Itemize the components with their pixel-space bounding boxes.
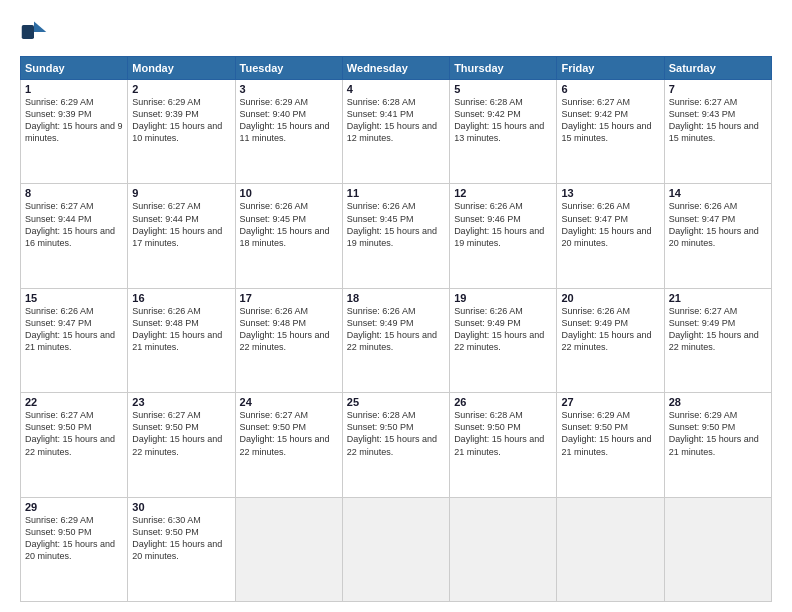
day-number: 2 [132, 83, 230, 95]
sunrise-label: Sunrise: 6:28 AM [454, 97, 523, 107]
calendar-day-cell [235, 497, 342, 601]
daylight-label: Daylight: 15 hours and 22 minutes. [347, 434, 437, 456]
day-info: Sunrise: 6:27 AM Sunset: 9:50 PM Dayligh… [240, 409, 338, 458]
day-info: Sunrise: 6:26 AM Sunset: 9:47 PM Dayligh… [669, 200, 767, 249]
sunrise-label: Sunrise: 6:26 AM [347, 201, 416, 211]
day-info: Sunrise: 6:29 AM Sunset: 9:39 PM Dayligh… [25, 96, 123, 145]
day-info: Sunrise: 6:26 AM Sunset: 9:45 PM Dayligh… [347, 200, 445, 249]
logo-icon [20, 18, 48, 46]
calendar-day-cell: 18 Sunrise: 6:26 AM Sunset: 9:49 PM Dayl… [342, 288, 449, 392]
day-number: 15 [25, 292, 123, 304]
sunset-label: Sunset: 9:50 PM [454, 422, 521, 432]
header-day: Monday [128, 57, 235, 80]
calendar-day-cell: 4 Sunrise: 6:28 AM Sunset: 9:41 PM Dayli… [342, 80, 449, 184]
daylight-label: Daylight: 15 hours and 9 minutes. [25, 121, 123, 143]
day-info: Sunrise: 6:26 AM Sunset: 9:49 PM Dayligh… [561, 305, 659, 354]
day-number: 21 [669, 292, 767, 304]
day-number: 7 [669, 83, 767, 95]
calendar-day-cell: 5 Sunrise: 6:28 AM Sunset: 9:42 PM Dayli… [450, 80, 557, 184]
header-day: Tuesday [235, 57, 342, 80]
day-number: 27 [561, 396, 659, 408]
day-info: Sunrise: 6:26 AM Sunset: 9:48 PM Dayligh… [132, 305, 230, 354]
day-number: 8 [25, 187, 123, 199]
page: SundayMondayTuesdayWednesdayThursdayFrid… [0, 0, 792, 612]
day-info: Sunrise: 6:27 AM Sunset: 9:50 PM Dayligh… [25, 409, 123, 458]
svg-marker-1 [34, 22, 46, 33]
sunrise-label: Sunrise: 6:26 AM [240, 201, 309, 211]
sunrise-label: Sunrise: 6:26 AM [669, 201, 738, 211]
calendar-week-row: 1 Sunrise: 6:29 AM Sunset: 9:39 PM Dayli… [21, 80, 772, 184]
sunrise-label: Sunrise: 6:26 AM [240, 306, 309, 316]
day-number: 3 [240, 83, 338, 95]
sunset-label: Sunset: 9:50 PM [132, 422, 199, 432]
sunrise-label: Sunrise: 6:28 AM [347, 97, 416, 107]
calendar-day-cell [342, 497, 449, 601]
daylight-label: Daylight: 15 hours and 15 minutes. [669, 121, 759, 143]
day-number: 30 [132, 501, 230, 513]
daylight-label: Daylight: 15 hours and 19 minutes. [454, 226, 544, 248]
calendar-day-cell: 15 Sunrise: 6:26 AM Sunset: 9:47 PM Dayl… [21, 288, 128, 392]
day-number: 10 [240, 187, 338, 199]
sunset-label: Sunset: 9:49 PM [454, 318, 521, 328]
sunrise-label: Sunrise: 6:27 AM [132, 201, 201, 211]
day-number: 22 [25, 396, 123, 408]
day-number: 6 [561, 83, 659, 95]
daylight-label: Daylight: 15 hours and 13 minutes. [454, 121, 544, 143]
sunrise-label: Sunrise: 6:27 AM [25, 410, 94, 420]
sunrise-label: Sunrise: 6:26 AM [561, 306, 630, 316]
day-info: Sunrise: 6:27 AM Sunset: 9:49 PM Dayligh… [669, 305, 767, 354]
sunset-label: Sunset: 9:50 PM [561, 422, 628, 432]
top-section [20, 18, 772, 46]
sunrise-label: Sunrise: 6:27 AM [669, 306, 738, 316]
daylight-label: Daylight: 15 hours and 17 minutes. [132, 226, 222, 248]
daylight-label: Daylight: 15 hours and 19 minutes. [347, 226, 437, 248]
day-number: 20 [561, 292, 659, 304]
calendar-header-row: SundayMondayTuesdayWednesdayThursdayFrid… [21, 57, 772, 80]
sunrise-label: Sunrise: 6:27 AM [240, 410, 309, 420]
sunrise-label: Sunrise: 6:26 AM [25, 306, 94, 316]
sunrise-label: Sunrise: 6:29 AM [132, 97, 201, 107]
day-info: Sunrise: 6:27 AM Sunset: 9:44 PM Dayligh… [25, 200, 123, 249]
calendar-day-cell: 12 Sunrise: 6:26 AM Sunset: 9:46 PM Dayl… [450, 184, 557, 288]
calendar-day-cell [664, 497, 771, 601]
day-info: Sunrise: 6:28 AM Sunset: 9:42 PM Dayligh… [454, 96, 552, 145]
day-info: Sunrise: 6:29 AM Sunset: 9:50 PM Dayligh… [669, 409, 767, 458]
sunset-label: Sunset: 9:41 PM [347, 109, 414, 119]
sunrise-label: Sunrise: 6:29 AM [240, 97, 309, 107]
sunset-label: Sunset: 9:39 PM [25, 109, 92, 119]
sunrise-label: Sunrise: 6:29 AM [669, 410, 738, 420]
calendar-day-cell: 16 Sunrise: 6:26 AM Sunset: 9:48 PM Dayl… [128, 288, 235, 392]
day-info: Sunrise: 6:28 AM Sunset: 9:50 PM Dayligh… [347, 409, 445, 458]
day-number: 19 [454, 292, 552, 304]
daylight-label: Daylight: 15 hours and 21 minutes. [132, 330, 222, 352]
sunset-label: Sunset: 9:44 PM [132, 214, 199, 224]
sunset-label: Sunset: 9:50 PM [25, 422, 92, 432]
calendar-day-cell: 6 Sunrise: 6:27 AM Sunset: 9:42 PM Dayli… [557, 80, 664, 184]
day-number: 11 [347, 187, 445, 199]
sunrise-label: Sunrise: 6:27 AM [561, 97, 630, 107]
day-info: Sunrise: 6:27 AM Sunset: 9:43 PM Dayligh… [669, 96, 767, 145]
day-number: 9 [132, 187, 230, 199]
day-info: Sunrise: 6:29 AM Sunset: 9:50 PM Dayligh… [561, 409, 659, 458]
day-info: Sunrise: 6:30 AM Sunset: 9:50 PM Dayligh… [132, 514, 230, 563]
sunrise-label: Sunrise: 6:28 AM [454, 410, 523, 420]
calendar-day-cell: 1 Sunrise: 6:29 AM Sunset: 9:39 PM Dayli… [21, 80, 128, 184]
day-number: 29 [25, 501, 123, 513]
day-number: 17 [240, 292, 338, 304]
day-info: Sunrise: 6:28 AM Sunset: 9:50 PM Dayligh… [454, 409, 552, 458]
sunset-label: Sunset: 9:45 PM [240, 214, 307, 224]
calendar-day-cell: 14 Sunrise: 6:26 AM Sunset: 9:47 PM Dayl… [664, 184, 771, 288]
daylight-label: Daylight: 15 hours and 22 minutes. [240, 434, 330, 456]
calendar-day-cell: 19 Sunrise: 6:26 AM Sunset: 9:49 PM Dayl… [450, 288, 557, 392]
daylight-label: Daylight: 15 hours and 21 minutes. [669, 434, 759, 456]
day-info: Sunrise: 6:26 AM Sunset: 9:45 PM Dayligh… [240, 200, 338, 249]
calendar-day-cell: 26 Sunrise: 6:28 AM Sunset: 9:50 PM Dayl… [450, 393, 557, 497]
sunset-label: Sunset: 9:43 PM [669, 109, 736, 119]
day-number: 18 [347, 292, 445, 304]
day-number: 28 [669, 396, 767, 408]
sunrise-label: Sunrise: 6:26 AM [454, 306, 523, 316]
day-number: 16 [132, 292, 230, 304]
calendar-day-cell: 30 Sunrise: 6:30 AM Sunset: 9:50 PM Dayl… [128, 497, 235, 601]
daylight-label: Daylight: 15 hours and 20 minutes. [132, 539, 222, 561]
sunrise-label: Sunrise: 6:28 AM [347, 410, 416, 420]
